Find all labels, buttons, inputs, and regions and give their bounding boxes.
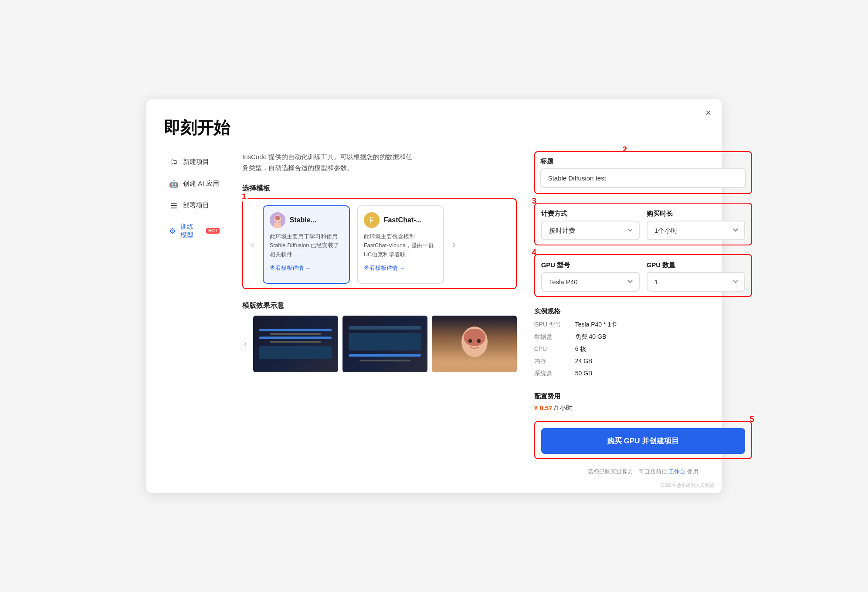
templates-section: 选择模板 1 ‹ [242,184,517,289]
main-content: InsCode 提供的自动化训练工具。可以根据您的的数据和任务类型，自动选择合适… [242,151,517,476]
gpu-form-row: GPU 型号 Tesla P40 Tesla V100 A100 GPU 数量 … [541,261,745,292]
preview-face-image [432,316,517,372]
template-desc-fastchat: 此环境主要包含模型FastChat-Vicuna，是由一群UC伯克利学者联... [364,232,437,259]
title-form-group: 标题 [534,151,752,194]
svg-point-2 [275,216,280,220]
spec-row-disk: 数据盘 免费 40 GB [534,333,752,341]
billing-section-wrapper: 3 计费方式 按时计费 包月计费 购买时长 [534,203,752,245]
gpu-count-label: GPU 数量 [647,261,745,269]
template-avatar-fastchat: F [364,212,380,228]
deploy-icon: ☰ [169,201,179,211]
template-name-stable: Stable... [290,216,316,224]
footer-note-suffix: 使用 [685,468,698,475]
workbench-link[interactable]: 工作台 [668,468,685,475]
templates-section-title: 选择模板 [242,184,517,193]
sidebar-label-deploy: 部署项目 [183,201,209,210]
templates-row: ‹ [249,205,510,284]
title-input[interactable] [540,168,746,188]
billing-annotated-box: 计费方式 按时计费 包月计费 购买时长 1个小时 2个小时 3个小时 [534,203,752,245]
specs-section: 实例规格 GPU 型号 Tesla P40 * 1卡 数据盘 免费 40 GB … [534,307,752,382]
preview-thumb-2 [342,316,427,372]
ui-bar-sm-1 [270,333,321,335]
sidebar-item-new-project[interactable]: 🗂 新建项目 [164,153,225,171]
template-card-stable-diffusion[interactable]: Stable... 此环境主要用于学习和使用Stable Diffusion,已… [263,205,350,284]
gpu-model-select[interactable]: Tesla P40 Tesla V100 A100 [541,272,640,292]
footer-note: 若您已购买过算力，可直接前往 工作台 使用 [534,468,752,476]
preview-section: 模版效果示意 ‹ [242,301,517,372]
close-button[interactable]: × [705,108,711,118]
layers-icon: 🗂 [169,157,179,167]
sidebar-label-create-ai: 创建 AI 应用 [183,180,219,188]
duration-label: 购买时长 [647,210,745,218]
hot-badge: HOT [206,228,220,234]
modal-body: 🗂 新建项目 🤖 创建 AI 应用 ☰ 部署项目 ⚙ 训练模型 HOT InsC… [164,151,700,476]
ui-bar-2 [259,337,332,339]
gpu-section-wrapper: 4 GPU 型号 Tesla P40 Tesla V100 A100 [534,254,752,297]
spec-value-cpu: 6 核 [575,345,587,353]
preview-ui-mockup-2 [342,316,427,372]
duration-select[interactable]: 1个小时 2个小时 3个小时 6个小时 12个小时 [647,221,745,240]
title-section: 2 标题 [534,151,752,194]
template-name-fastchat: FastChat-... [384,216,422,224]
pricing-value: ¥ 0.57 /1小时 [534,404,752,412]
spec-label-disk: 数据盘 [534,333,565,341]
title-label: 标题 [540,157,746,166]
spec-row-memory: 内存 24 GB [534,357,752,365]
spec-label-memory: 内存 [534,357,565,365]
preview-prev-button[interactable]: ‹ [242,337,249,350]
spec-value-sysdisk: 50 GB [575,370,593,378]
right-panel: 2 标题 3 计费方式 按时计费 包月计费 [534,151,752,476]
buy-gpu-button[interactable]: 购买 GPU 并创建项目 [541,428,745,454]
spec-row-cpu: CPU 6 核 [534,345,752,353]
spec-label-gpu: GPU 型号 [534,321,565,329]
svg-point-8 [464,329,485,346]
preview-thumb-1 [253,316,338,372]
gpu-count-select[interactable]: 1 2 4 [647,272,745,292]
spec-value-disk: 免费 40 GB [575,333,607,341]
template-link-fastchat[interactable]: 查看模板详情 → [364,265,405,271]
spec-row-sysdisk: 系统盘 50 GB [534,370,752,378]
template-link-stable[interactable]: 查看模板详情 → [270,265,311,271]
gpu-model-label: GPU 型号 [541,261,640,269]
buy-section-wrapper: 5 购买 GPU 并创建项目 [534,421,752,459]
ui-bar-sm-2 [270,341,321,343]
billing-method-group: 计费方式 按时计费 包月计费 [541,210,640,240]
gpu-count-group: GPU 数量 1 2 4 [647,261,745,292]
description-text: InsCode 提供的自动化训练工具。可以根据您的的数据和任务类型，自动选择合适… [242,151,517,174]
specs-title: 实例规格 [534,307,752,316]
pricing-price: ¥ 0.57 [534,404,553,412]
svg-point-9 [468,339,472,343]
robot-icon: 🤖 [169,179,179,189]
sidebar-label-train-model: 训练模型 [180,223,200,239]
gpu-annotated-box: GPU 型号 Tesla P40 Tesla V100 A100 GPU 数量 … [534,254,752,297]
sidebar-item-deploy[interactable]: ☰ 部署项目 [164,197,225,215]
duration-group: 购买时长 1个小时 2个小时 3个小时 6个小时 12个小时 [647,210,745,240]
sidebar-label-new-project: 新建项目 [183,158,209,166]
sidebar-item-create-ai[interactable]: 🤖 创建 AI 应用 [164,175,225,193]
carousel-prev-button[interactable]: ‹ [249,238,256,251]
spec-row-gpu: GPU 型号 Tesla P40 * 1卡 [534,321,752,329]
pricing-unit: /1小时 [554,404,573,412]
carousel-next-button[interactable]: › [451,238,458,251]
modal-container: × 即刻开始 🗂 新建项目 🤖 创建 AI 应用 ☰ 部署项目 ⚙ 训练模型 H… [146,99,722,493]
svg-rect-3 [274,223,281,228]
preview-images: ‹ [242,316,517,372]
preview-section-title: 模版效果示意 [242,301,517,310]
template-card-fastchat[interactable]: F FastChat-... 此环境主要包含模型FastChat-Vicuna，… [357,205,444,284]
template-avatar-stable [270,212,285,228]
modal-title: 即刻开始 [164,117,700,139]
footer-note-prefix: 若您已购买过算力，可直接前往 [588,468,669,475]
svg-text:F: F [370,217,374,224]
preview-thumb-3 [432,316,517,372]
pricing-title: 配置费用 [534,392,752,401]
spec-label-cpu: CPU [534,345,565,353]
templates-annotated-box: 1 ‹ [242,198,517,289]
gpu-model-group: GPU 型号 Tesla P40 Tesla V100 A100 [541,261,640,292]
template-card-header: Stable... [270,212,343,228]
spec-label-sysdisk: 系统盘 [534,370,565,378]
sidebar-item-train-model[interactable]: ⚙ 训练模型 HOT [164,218,225,244]
ui-bar-1 [259,329,332,331]
credit-text: CSDN @小胡说人工智能 [661,482,715,489]
billing-select[interactable]: 按时计费 包月计费 [541,221,640,240]
spec-value-gpu: Tesla P40 * 1卡 [575,321,617,329]
